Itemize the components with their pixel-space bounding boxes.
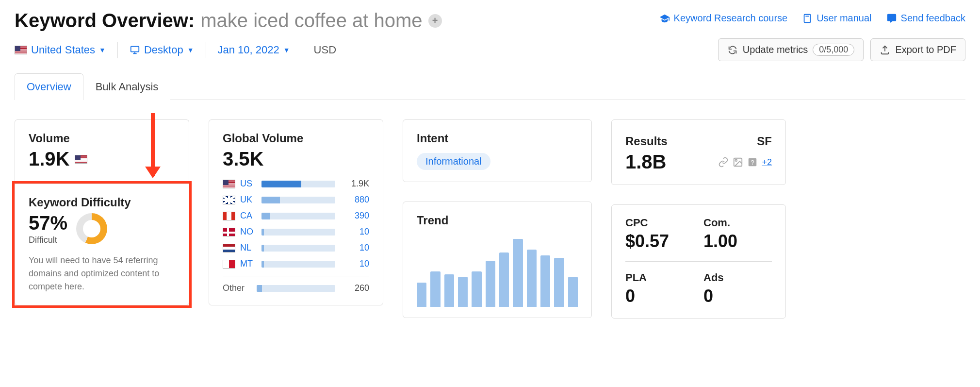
gv-value[interactable]: 10 [340, 259, 369, 269]
cpc-block: CPC $0.57 [625, 217, 694, 252]
intent-badge[interactable]: Informational [417, 153, 490, 170]
kd-description: You will need to have 54 referring domai… [29, 254, 175, 293]
gv-country-code[interactable]: UK [240, 195, 257, 205]
cpc-grid: CPC $0.57 Com. 1.00 PLA 0 Ads 0 [625, 217, 772, 306]
tab-bulk-analysis[interactable]: Bulk Analysis [83, 73, 171, 100]
svg-text:?: ? [751, 159, 754, 166]
com-value: 1.00 [703, 231, 772, 252]
send-feedback-link[interactable]: Send feedback [886, 13, 965, 24]
gv-other-bar [257, 285, 262, 292]
gv-bar-track [261, 197, 335, 203]
gv-value[interactable]: 10 [340, 227, 369, 237]
sf-more-link[interactable]: +2 [762, 157, 772, 168]
gv-bar-track [261, 229, 335, 236]
trend-bar [486, 261, 495, 307]
serp-features-block: SF ? +2 [718, 135, 772, 168]
pla-block: PLA 0 [625, 271, 694, 306]
results-card: Results 1.8B SF ? +2 [611, 119, 786, 185]
volume-value: 1.9K [29, 148, 70, 170]
gv-bar-track [261, 261, 335, 268]
no-flag-icon [223, 228, 235, 236]
gv-bar-track [261, 181, 335, 187]
gv-row-ca: CA390 [223, 211, 369, 221]
gv-country-code[interactable]: NO [240, 227, 257, 237]
pla-value: 0 [625, 286, 694, 306]
gv-country-code[interactable]: MT [240, 259, 257, 269]
results-value: 1.8B [625, 151, 668, 173]
gv-bar [261, 213, 270, 219]
manual-link-label: User manual [817, 13, 871, 24]
feedback-link-label: Send feedback [901, 13, 965, 24]
update-metrics-button[interactable]: Update metrics 0/5,000 [718, 38, 864, 61]
export-pdf-button[interactable]: Export to PDF [870, 38, 965, 61]
ca-flag-icon [223, 212, 235, 220]
us-flag-icon [15, 46, 27, 54]
chevron-down-icon: ▼ [99, 46, 106, 54]
gv-value[interactable]: 880 [340, 195, 369, 205]
country-filter[interactable]: United States ▼ [15, 42, 118, 58]
gv-value[interactable]: 10 [340, 243, 369, 253]
trend-title: Trend [417, 214, 578, 227]
page-title-prefix: Keyword Overview: [15, 10, 195, 32]
trend-bar [513, 239, 523, 307]
ads-block: Ads 0 [703, 271, 772, 306]
graduation-cap-icon [659, 13, 670, 24]
cpc-value: $0.57 [625, 231, 694, 252]
gv-other-label: Other [223, 283, 252, 293]
gv-row-us: US1.9K [223, 179, 369, 189]
results-title: Results [625, 135, 668, 148]
global-volume-title: Global Volume [223, 132, 369, 145]
gv-other-bar-track [257, 285, 335, 292]
device-filter[interactable]: Desktop ▼ [118, 42, 206, 58]
volume-card: Volume 1.9K [15, 119, 189, 184]
gv-bar [261, 181, 301, 187]
gv-value: 1.9K [340, 179, 369, 189]
chevron-down-icon: ▼ [187, 46, 194, 54]
tabs: Overview Bulk Analysis [15, 73, 965, 100]
export-icon [880, 45, 890, 55]
user-manual-link[interactable]: User manual [802, 13, 871, 24]
currency-label: USD [314, 44, 336, 56]
trend-bar [472, 271, 481, 307]
results-top-row: Results 1.8B SF ? +2 [625, 135, 772, 173]
ads-label: Ads [703, 271, 772, 284]
gv-bar [261, 245, 264, 252]
date-filter-label: Jan 10, 2022 [218, 44, 279, 56]
page-header: Keyword Overview: make iced coffee at ho… [15, 10, 965, 32]
device-filter-label: Desktop [144, 44, 183, 56]
kd-value: 57% [29, 212, 67, 234]
global-volume-card: Global Volume 3.5K US1.9KUK880CA390NO10N… [209, 119, 383, 305]
link-icon [718, 157, 729, 168]
page-title-keyword: make iced coffee at home [200, 10, 422, 32]
update-count-pill: 0/5,000 [813, 44, 854, 56]
mt-flag-icon [223, 260, 235, 269]
gv-value[interactable]: 390 [340, 211, 369, 221]
add-keyword-button[interactable]: + [428, 14, 442, 28]
intent-card: Intent Informational [403, 119, 592, 182]
results-block: Results 1.8B [625, 135, 668, 173]
cpc-label: CPC [625, 217, 694, 229]
uk-flag-icon [223, 196, 235, 204]
sf-title: SF [718, 135, 772, 148]
gv-row-no: NO10 [223, 227, 369, 237]
gv-country-code[interactable]: NL [240, 243, 257, 253]
trend-bar [540, 255, 550, 307]
header-links: Keyword Research course User manual Send… [659, 13, 965, 24]
col-intent-trend: Intent Informational Trend [403, 119, 592, 318]
gv-country-code[interactable]: CA [240, 211, 257, 221]
gv-row-mt: MT10 [223, 259, 369, 269]
tab-overview[interactable]: Overview [15, 73, 83, 100]
gv-bar-track [261, 245, 335, 252]
gv-row-nl: NL10 [223, 243, 369, 253]
us-flag-icon [223, 180, 235, 188]
filter-row: United States ▼ Desktop ▼ Jan 10, 2022 ▼… [15, 38, 965, 61]
title-block: Keyword Overview: make iced coffee at ho… [15, 10, 442, 32]
gv-country-code[interactable]: US [240, 179, 257, 189]
kd-value-block: 57% Difficult [29, 212, 67, 245]
date-filter[interactable]: Jan 10, 2022 ▼ [206, 42, 302, 58]
col-results-cpc: Results 1.8B SF ? +2 CPC $0. [611, 119, 786, 319]
trend-bar [527, 250, 537, 307]
gv-bar [261, 197, 280, 203]
trend-bar [554, 258, 564, 307]
keyword-research-course-link[interactable]: Keyword Research course [659, 13, 788, 24]
